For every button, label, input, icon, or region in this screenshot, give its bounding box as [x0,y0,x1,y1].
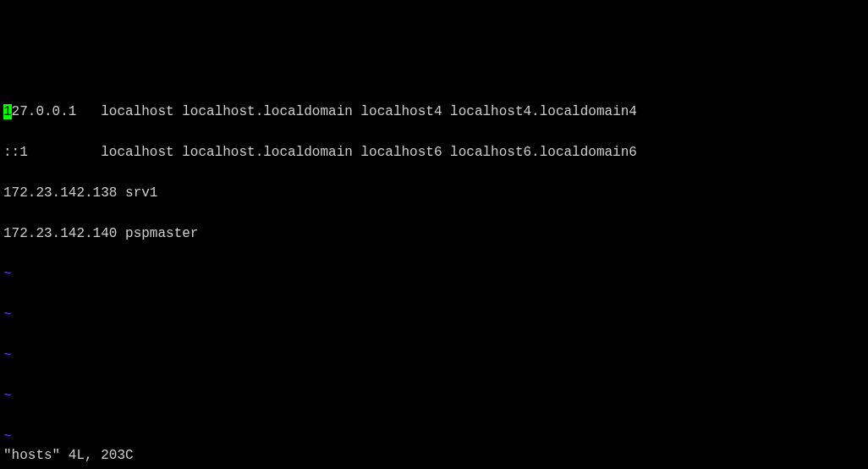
vim-editor[interactable]: 127.0.0.1 localhost localhost.localdomai… [0,81,868,469]
empty-line-marker: ~ [3,264,865,284]
cursor: 1 [3,104,12,119]
file-line-4: 172.23.142.140 pspmaster [3,223,865,244]
empty-line-marker: ~ [3,427,865,447]
empty-line-marker: ~ [3,305,865,325]
line-1-text: 27.0.0.1 localhost localhost.localdomain… [12,104,637,119]
file-line-3: 172.23.142.138 srv1 [3,183,865,203]
vim-status-line: "hosts" 4L, 203C [3,445,134,466]
empty-line-marker: ~ [3,386,865,406]
empty-line-marker: ~ [3,345,865,366]
file-line-1: 127.0.0.1 localhost localhost.localdomai… [3,102,865,122]
file-line-2: ::1 localhost localhost.localdomain loca… [3,142,865,163]
